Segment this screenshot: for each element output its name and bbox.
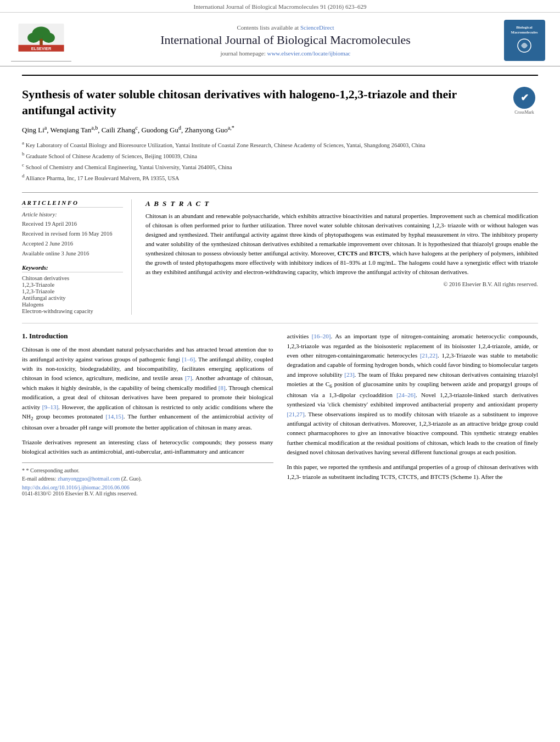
affiliation-d: d Alliance Pharma, Inc, 17 Lee Boulevard… [22, 172, 502, 182]
ref-21-22[interactable]: [21,22] [420, 352, 438, 359]
ref-14-15[interactable]: [14,15] [106, 413, 124, 420]
received-date: Received 19 April 2016 [22, 220, 123, 228]
corresponding-star: * [22, 467, 26, 473]
accepted-date: Accepted 2 June 2016 [22, 239, 123, 248]
ref-9-13[interactable]: [9–13] [42, 404, 58, 410]
svg-point-3 [43, 33, 55, 43]
crossmark-icon: ✔ [513, 87, 535, 109]
elsevier-svg-icon: ELSEVIER [16, 24, 66, 57]
keyword-2: 1,2,3-Triazole [22, 282, 123, 288]
keyword-3: 1,2,3-Triazole [22, 288, 123, 294]
copyright-line: © 2016 Elsevier B.V. All rights reserved… [145, 281, 538, 287]
ref-1-6[interactable]: [1–6] [182, 356, 195, 362]
authors-line: Qing Lia, Wenqiang Tana,b, Caili Zhangc,… [22, 125, 502, 135]
page-wrapper: International Journal of Biological Macr… [0, 0, 560, 505]
abstract-label: A B S T R A C T [145, 199, 538, 208]
svg-text:ELSEVIER: ELSEVIER [31, 46, 52, 51]
article-title: Synthesis of water soluble chitosan deri… [22, 87, 502, 118]
journal-logo-right: Biological Macromolecules [500, 20, 549, 61]
affiliation-a: a Key Laboratory of Coastal Biology and … [22, 140, 502, 149]
available-online-date: Available online 3 June 2016 [22, 249, 123, 258]
intro-heading: 1. Introduction [22, 332, 273, 341]
affiliations: a Key Laboratory of Coastal Biology and … [22, 140, 502, 183]
top-bar: International Journal of Biological Macr… [0, 0, 560, 13]
main-content: Synthesis of water soluble chitosan deri… [0, 66, 560, 505]
right-paragraph-1: activities [16–20]. As an important type… [287, 332, 539, 457]
email-label: E-mail address: [22, 476, 58, 482]
footnote-section: * * Corresponding author. E-mail address… [22, 462, 273, 496]
corresponding-label: * Corresponding author. [26, 467, 80, 473]
homepage-link[interactable]: www.elsevier.com/locate/ijbiomac [267, 50, 350, 57]
article-info-section: A R T I C L E I N F O Article history: R… [22, 199, 123, 258]
journal-homepage-line: journal homepage: www.elsevier.com/locat… [82, 50, 489, 57]
body-content: 1. Introduction Chitosan is one of the m… [22, 332, 538, 496]
body-left-column: 1. Introduction Chitosan is one of the m… [22, 332, 273, 496]
biomacromolecules-logo-icon: Biological Macromolecules [504, 20, 545, 61]
contents-list-line: Contents lists available at ScienceDirec… [82, 24, 489, 31]
svg-point-2 [27, 33, 40, 43]
email-suffix: (Z. Guo). [121, 476, 142, 482]
ref-7[interactable]: [7] [185, 375, 192, 381]
article-title-section: Synthesis of water soluble chitosan deri… [22, 75, 538, 193]
keyword-4: Antifungal activity [22, 295, 123, 301]
intro-paragraph-2: Triazole derivatives represent an intere… [22, 438, 273, 457]
abstract-text: Chitosan is an abundant and renewable po… [145, 211, 538, 277]
right-paragraph-2: In this paper, we reported the synthesis… [287, 462, 539, 482]
corresponding-author-note: * * Corresponding author. [22, 466, 273, 475]
article-history-label: Article history: [22, 210, 123, 219]
keywords-label: Keywords: [22, 264, 123, 272]
affiliation-b: b Graduate School of Chinese Academy of … [22, 150, 502, 160]
ref-8[interactable]: [8] [219, 384, 226, 391]
abstract-section: A B S T R A C T Chitosan is an abundant … [145, 199, 538, 315]
issn-line: 0141-8130/© 2016 Elsevier B.V. All right… [22, 490, 273, 496]
journal-title: International Journal of Biological Macr… [82, 33, 489, 47]
email-line: E-mail address: zhanyongguo@hotmail.com … [22, 475, 273, 483]
crossmark-logo: ✔ CrossMark [511, 87, 538, 115]
homepage-label: journal homepage: [221, 50, 267, 57]
body-right-column: activities [16–20]. As an important type… [287, 332, 539, 496]
article-title-text: Synthesis of water soluble chitosan deri… [22, 87, 502, 184]
elsevier-logo: ELSEVIER [11, 19, 71, 62]
journal-citation: International Journal of Biological Macr… [194, 3, 367, 10]
affiliation-c: c School of Chemistry and Chemical Engin… [22, 161, 502, 171]
journal-header: ELSEVIER Contents lists available at Sci… [0, 15, 560, 66]
bio-macro-text: Biological Macromolecules [509, 23, 540, 58]
intro-paragraph-1: Chitosan is one of the most abundant nat… [22, 345, 273, 432]
left-column: A R T I C L E I N F O Article history: R… [22, 199, 132, 315]
ref-21-27[interactable]: [21,27] [287, 411, 305, 417]
sciencedirect-link[interactable]: ScienceDirect [300, 24, 334, 31]
contents-text: Contents lists available at [237, 24, 300, 31]
received-revised-date: Received in revised form 16 May 2016 [22, 230, 123, 238]
journal-center-section: Contents lists available at ScienceDirec… [71, 24, 500, 57]
ref-23[interactable]: [23] [344, 371, 354, 378]
keyword-5: Halogens [22, 302, 123, 308]
keyword-1: Chitosan derivatives [22, 275, 123, 281]
doi-link[interactable]: http://dx.doi.org/10.1016/j.ijbiomac.201… [22, 484, 273, 490]
article-info-label: A R T I C L E I N F O [22, 199, 123, 208]
section-number: 1. Introduction [22, 332, 68, 340]
ref-16-20[interactable]: [16–20] [312, 333, 331, 339]
ref-24-26[interactable]: [24–26] [396, 392, 416, 398]
keywords-section: Keywords: Chitosan derivatives 1,2,3-Tri… [22, 264, 123, 314]
article-info-abstract: A R T I C L E I N F O Article history: R… [22, 199, 538, 324]
crossmark-text: CrossMark [514, 110, 534, 115]
email-link[interactable]: zhanyongguo@hotmail.com [58, 476, 120, 482]
keyword-6: Electron-withdrawing capacity [22, 308, 123, 314]
